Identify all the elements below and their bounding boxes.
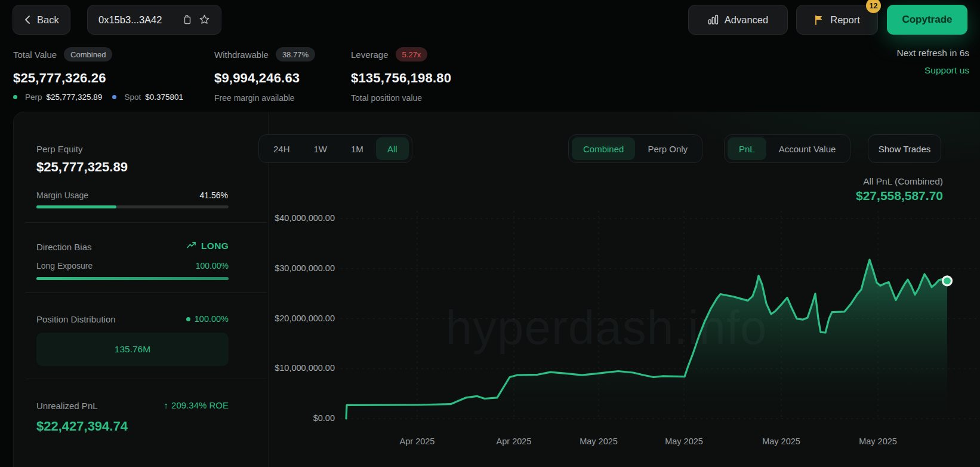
view-tabs: PnL Account Value bbox=[724, 134, 850, 163]
advanced-label: Advanced bbox=[725, 14, 768, 26]
spot-value: $0.375801 bbox=[145, 93, 183, 102]
x-axis-tick: Apr 2025 bbox=[400, 437, 435, 446]
spot-dot-icon bbox=[112, 95, 116, 99]
leverage-label: Leverage bbox=[351, 50, 389, 60]
main-card: Perp Equity $25,777,325.89 Margin Usage … bbox=[13, 112, 980, 467]
favorite-star-icon[interactable] bbox=[199, 14, 210, 25]
spot-label: Spot bbox=[124, 93, 141, 102]
unrealized-pnl-value: $22,427,394.74 bbox=[36, 419, 128, 434]
tab-account-value[interactable]: Account Value bbox=[768, 137, 848, 160]
perp-dot-icon bbox=[13, 95, 17, 99]
divider bbox=[26, 222, 267, 223]
withdrawable-sub: Free margin available bbox=[214, 93, 295, 103]
back-label: Back bbox=[37, 14, 59, 26]
long-exposure-bar bbox=[36, 277, 229, 280]
distribution-dot-icon bbox=[186, 317, 190, 321]
report-label: Report bbox=[830, 14, 860, 26]
margin-usage-bar bbox=[36, 205, 229, 208]
tab-24h[interactable]: 24H bbox=[262, 137, 301, 160]
advanced-button[interactable]: Advanced bbox=[688, 5, 788, 35]
tab-perp-only[interactable]: Perp Only bbox=[636, 137, 699, 160]
unrealized-pnl-label: Unrealized PnL bbox=[36, 401, 98, 411]
total-value-amount: $25,777,326.26 bbox=[13, 70, 106, 86]
tab-all[interactable]: All bbox=[376, 137, 409, 160]
leverage-header: Leverage 5.27x bbox=[351, 47, 427, 62]
arrow-up-icon: ↑ bbox=[164, 400, 169, 410]
support-us-link[interactable]: Support us bbox=[924, 65, 969, 76]
long-exposure-fill bbox=[36, 277, 229, 280]
y-axis-tick: $10,000,000.00 bbox=[245, 363, 335, 373]
total-value-label: Total Value bbox=[13, 50, 57, 60]
wallet-address: 0x15b3...3A42 bbox=[98, 14, 162, 26]
show-trades-button[interactable]: Show Trades bbox=[868, 134, 941, 163]
report-button[interactable]: Report 12 bbox=[796, 5, 878, 35]
report-count-badge: 12 bbox=[866, 0, 881, 13]
divider bbox=[26, 379, 267, 379]
pnl-area-fill bbox=[346, 260, 947, 419]
tab-combined[interactable]: Combined bbox=[572, 137, 635, 160]
y-axis-tick: $30,000,000.00 bbox=[245, 263, 335, 273]
position-distribution-value: 100.00% bbox=[195, 314, 229, 324]
leverage-amount: $135,756,198.80 bbox=[351, 70, 451, 86]
back-button[interactable]: Back bbox=[13, 5, 70, 35]
tab-1m[interactable]: 1M bbox=[340, 137, 375, 160]
time-range-tabs: 24H 1W 1M All bbox=[258, 134, 412, 163]
leverage-badge: 5.27x bbox=[396, 47, 428, 62]
position-distribution-row: 100.00% bbox=[156, 314, 229, 324]
x-axis-tick: May 2025 bbox=[580, 437, 618, 446]
tab-pnl[interactable]: PnL bbox=[728, 137, 766, 160]
perp-value: $25,777,325.89 bbox=[47, 93, 103, 102]
position-size-box[interactable]: 135.76M bbox=[36, 333, 229, 366]
perp-equity-label: Perp Equity bbox=[36, 144, 83, 154]
next-refresh-text: Next refresh in 6s bbox=[897, 48, 969, 59]
divider bbox=[26, 292, 267, 293]
position-size-value: 135.76M bbox=[115, 344, 150, 355]
margin-usage-label: Margin Usage bbox=[36, 191, 88, 200]
total-value-breakdown: Perp $25,777,325.89 Spot $0.375801 bbox=[13, 93, 183, 102]
y-axis-tick: $20,000,000.00 bbox=[245, 314, 335, 323]
chevron-left-icon bbox=[24, 15, 31, 24]
copy-icon[interactable] bbox=[182, 14, 192, 25]
perp-equity-value: $25,777,325.89 bbox=[36, 159, 128, 175]
withdrawable-header: Withdrawable 38.77% bbox=[214, 47, 315, 62]
last-point-marker bbox=[943, 276, 952, 285]
trend-up-icon bbox=[187, 241, 197, 251]
all-pnl-label: All PnL (Combined) bbox=[863, 176, 943, 187]
all-pnl-value: $27,558,587.70 bbox=[856, 189, 943, 203]
direction-bias-label: Direction Bias bbox=[36, 242, 92, 252]
flag-icon bbox=[814, 15, 824, 25]
tab-1w[interactable]: 1W bbox=[303, 137, 339, 160]
withdrawable-pct-badge: 38.77% bbox=[276, 47, 315, 62]
roe-value: 209.34% ROE bbox=[171, 400, 229, 410]
long-exposure-label: Long Exposure bbox=[36, 261, 93, 271]
position-distribution-label: Position Distribution bbox=[36, 314, 116, 324]
combined-badge: Combined bbox=[64, 47, 112, 62]
margin-usage-fill bbox=[36, 205, 116, 208]
x-axis-tick: May 2025 bbox=[762, 437, 800, 446]
x-axis-tick: May 2025 bbox=[859, 437, 897, 446]
mode-tabs: Combined Perp Only bbox=[568, 134, 702, 163]
bar-chart-icon bbox=[708, 14, 719, 25]
leverage-sub: Total position value bbox=[351, 93, 422, 103]
x-axis-tick: May 2025 bbox=[665, 437, 703, 446]
long-exposure-value: 100.00% bbox=[156, 261, 229, 271]
total-value-header: Total Value Combined bbox=[13, 47, 112, 62]
withdrawable-label: Withdrawable bbox=[214, 50, 269, 60]
y-axis-tick: $40,000,000.00 bbox=[245, 213, 335, 223]
direction-bias-value: LONG bbox=[201, 241, 229, 251]
pnl-area-chart[interactable] bbox=[338, 204, 980, 420]
y-axis-tick: $0.00 bbox=[245, 413, 335, 423]
x-axis-tick: Apr 2025 bbox=[497, 437, 532, 446]
address-field[interactable]: 0x15b3...3A42 bbox=[87, 5, 221, 35]
perp-label: Perp bbox=[25, 93, 42, 102]
copytrade-button[interactable]: Copytrade bbox=[887, 5, 967, 35]
withdrawable-amount: $9,994,246.63 bbox=[214, 70, 300, 86]
margin-usage-value: 41.56% bbox=[200, 191, 228, 200]
roe-row: ↑ 209.34% ROE bbox=[133, 400, 229, 410]
direction-bias-value-row: LONG bbox=[156, 241, 229, 251]
